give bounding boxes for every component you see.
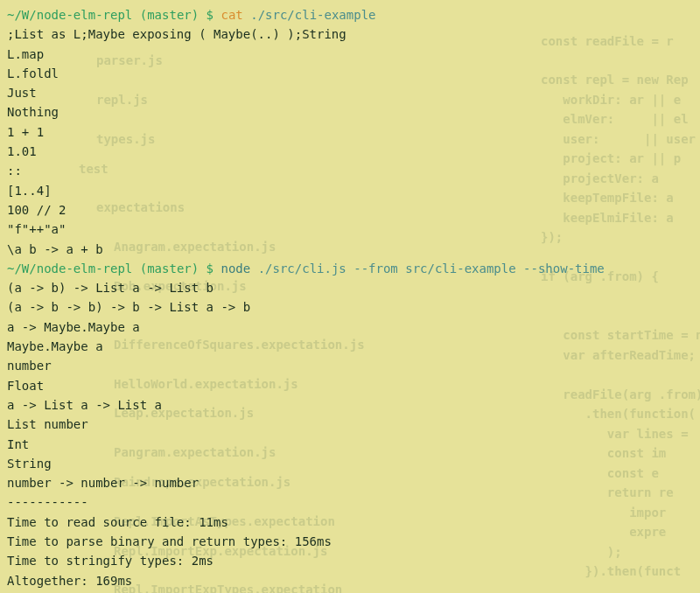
- prompt-line-1: ~/W/node-elm-repl (master) $ cat ./src/c…: [7, 5, 693, 24]
- node-output-line: a -> List a -> List a: [7, 395, 693, 415]
- prompt-dollar: $: [206, 262, 214, 276]
- prompt-branch: (master): [140, 8, 199, 22]
- cat-output-line: \a b -> a + b: [7, 240, 693, 259]
- node-args: ./src/cli.js --from src/cli-example --sh…: [258, 262, 605, 276]
- node-output-line: List number: [7, 415, 693, 434]
- cat-output-line: [1..4]: [7, 181, 693, 200]
- node-output-line: number: [7, 356, 693, 375]
- prompt-line-2: ~/W/node-elm-repl (master) $ node ./src/…: [7, 259, 693, 278]
- cat-output-line: L.map: [7, 45, 693, 64]
- timing-line: Time to parse binary and return types: 1…: [7, 532, 693, 551]
- cat-output-line: Just: [7, 83, 693, 102]
- prompt-path: ~/W/node-elm-repl: [7, 8, 132, 22]
- prompt-dollar: $: [206, 8, 214, 22]
- cat-output-line: 1 + 1: [7, 122, 693, 142]
- prompt-path: ~/W/node-elm-repl: [7, 262, 132, 276]
- cat-output-line: ::: [7, 161, 693, 180]
- cat-output-line: 1.01: [7, 142, 693, 161]
- node-output-line: Maybe.Maybe a: [7, 337, 693, 356]
- node-output-line: Int: [7, 435, 693, 454]
- prompt-branch: (master): [140, 262, 199, 276]
- timing-line: Altogether: 169ms: [7, 571, 693, 590]
- node-output-line: (a -> b -> b) -> b -> List a -> b: [7, 297, 693, 317]
- node-output-line: String: [7, 454, 693, 473]
- node-output-line: -----------: [7, 492, 693, 512]
- node-output-line: Float: [7, 376, 693, 395]
- node-output-line: number -> number -> number: [7, 473, 693, 492]
- cat-output-line: ;List as L;Maybe exposing ( Maybe(..) );…: [7, 24, 693, 44]
- node-output-line: a -> Maybe.Maybe a: [7, 317, 693, 337]
- cat-command: cat: [220, 8, 242, 22]
- node-command: node: [220, 262, 250, 276]
- cat-output-line: 100 // 2: [7, 200, 693, 220]
- timing-line: Time to read source file: 11ms: [7, 513, 693, 532]
- cat-arg: ./src/cli-example: [250, 8, 375, 22]
- timing-line: Time to stringify types: 2ms: [7, 551, 693, 570]
- node-output-line: (a -> b) -> List a -> List b: [7, 278, 693, 297]
- cat-output-line: "f"++"a": [7, 220, 693, 239]
- cat-output-line: Nothing: [7, 102, 693, 122]
- terminal-content[interactable]: ~/W/node-elm-repl (master) $ cat ./src/c…: [7, 5, 693, 590]
- cat-output-line: L.foldl: [7, 64, 693, 83]
